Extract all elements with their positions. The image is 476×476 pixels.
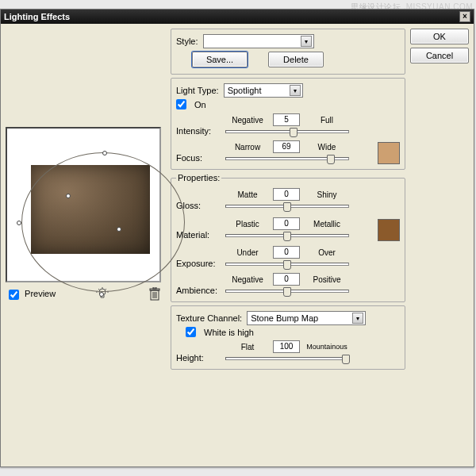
texture-channel-value: Stone Bump Map (251, 313, 318, 323)
on-checkbox[interactable] (176, 99, 186, 109)
properties-group: Properties: Matte 0 Shiny Gloss: Plastic… (171, 173, 405, 302)
on-checkbox-label[interactable]: On (176, 99, 400, 109)
focus-thumb[interactable] (327, 155, 335, 164)
style-label: Style: (176, 36, 198, 46)
material-left: Plastic (225, 220, 270, 228)
exposure-left: Under (225, 248, 270, 257)
gloss-value[interactable]: 0 (273, 188, 300, 201)
texture-channel-dropdown[interactable]: Stone Bump Map ▾ (247, 311, 366, 325)
focus-value[interactable]: 69 (273, 140, 300, 153)
exposure-slider: Under 0 Over Exposure: (176, 246, 400, 268)
gloss-right: Shiny (305, 190, 349, 199)
window-title: Lighting Effects (4, 12, 70, 21)
exposure-value[interactable]: 0 (273, 246, 300, 259)
material-track[interactable] (225, 234, 349, 237)
intensity-track[interactable] (225, 130, 349, 133)
exposure-track[interactable] (225, 263, 349, 266)
material-value[interactable]: 0 (273, 217, 300, 230)
ambience-slider: Negative 0 Positive Ambience: (176, 273, 400, 295)
properties-legend: Properties: (176, 173, 221, 182)
intensity-left-label: Negative (225, 116, 270, 125)
chevron-down-icon: ▾ (290, 85, 301, 96)
gloss-name: Gloss: (176, 201, 222, 210)
light-type-label: Light Type: (176, 86, 219, 95)
ambience-right: Positive (305, 275, 349, 284)
controls-column: Style: ▾ Save... Delete Light Type: (171, 29, 469, 462)
ambience-thumb[interactable] (283, 287, 291, 297)
preview-image (31, 165, 150, 254)
style-group: Style: ▾ Save... Delete (171, 29, 405, 75)
preview-column: Preview (6, 29, 164, 462)
intensity-thumb[interactable] (290, 128, 298, 137)
chevron-down-icon: ▾ (352, 313, 363, 324)
svg-line-5 (105, 289, 106, 290)
close-icon[interactable]: × (459, 11, 470, 22)
material-name: Material: (176, 230, 222, 240)
cancel-button[interactable]: Cancel (410, 48, 469, 63)
material-slider: Plastic 0 Metallic Material: (176, 217, 374, 240)
chevron-down-icon: ▾ (301, 36, 312, 47)
light-ellipse[interactable] (21, 152, 185, 292)
gloss-track[interactable] (225, 205, 349, 208)
light-type-value: Spotlight (228, 86, 262, 95)
ambience-color-swatch[interactable] (378, 219, 400, 241)
svg-line-4 (98, 289, 100, 290)
intensity-value[interactable]: 5 (273, 113, 300, 126)
lighting-effects-dialog: Lighting Effects × Preview (0, 9, 474, 467)
exposure-thumb[interactable] (283, 260, 291, 270)
white-high-checkbox-label[interactable]: White is high (186, 327, 400, 337)
intensity-name: Intensity: (176, 126, 222, 136)
preview-canvas[interactable] (6, 127, 161, 282)
light-center-handle[interactable] (66, 194, 71, 198)
on-label-text: On (194, 100, 206, 109)
preview-label-text: Preview (25, 289, 56, 298)
ellipse-handle-left[interactable] (17, 221, 21, 225)
style-dropdown[interactable]: ▾ (203, 34, 314, 48)
light-type-group: Light Type: Spotlight ▾ On Negat (171, 78, 405, 170)
exposure-name: Exposure: (176, 259, 222, 268)
ambience-left: Negative (225, 275, 270, 284)
focus-right-label: Wide (305, 143, 349, 152)
focus-slider: Narrow 69 Wide Focus: (176, 140, 374, 163)
gloss-thumb[interactable] (283, 202, 291, 212)
dialog-content: Preview (1, 24, 474, 466)
focus-name: Focus: (176, 153, 222, 163)
texture-group: Texture Channel: Stone Bump Map ▾ White … (171, 305, 405, 370)
intensity-right-label: Full (305, 116, 349, 125)
preview-checkbox-label[interactable]: Preview (9, 289, 56, 300)
ambience-name: Ambience: (176, 286, 222, 295)
ok-button[interactable]: OK (410, 29, 469, 44)
dialog-buttons: OK Cancel (410, 29, 469, 462)
ellipse-handle-top[interactable] (102, 151, 107, 155)
trash-icon[interactable] (148, 287, 161, 301)
height-thumb[interactable] (342, 355, 350, 364)
material-right: Metallic (305, 220, 349, 228)
material-thumb[interactable] (283, 232, 291, 241)
focus-left-label: Narrow (225, 143, 270, 152)
focus-track[interactable] (225, 157, 349, 160)
ambience-value[interactable]: 0 (273, 273, 300, 286)
titlebar[interactable]: Lighting Effects × (1, 10, 474, 24)
ambience-track[interactable] (225, 290, 349, 293)
light-color-swatch[interactable] (378, 142, 400, 164)
height-name: Height: (176, 353, 222, 363)
texture-channel-label: Texture Channel: (176, 313, 242, 323)
height-value[interactable]: 100 (273, 340, 300, 353)
ellipse-handle-bottom[interactable] (99, 292, 104, 297)
delete-button[interactable]: Delete (268, 52, 324, 67)
height-right: Mountainous (305, 343, 349, 351)
light-type-dropdown[interactable]: Spotlight ▾ (224, 83, 303, 98)
light-focus-handle[interactable] (117, 227, 121, 232)
exposure-right: Over (305, 248, 349, 257)
height-slider: Flat 100 Mountainous Height: (176, 340, 400, 363)
height-left: Flat (225, 343, 270, 351)
save-button[interactable]: Save... (192, 52, 248, 67)
white-high-text: White is high (204, 328, 254, 337)
svg-rect-11 (153, 287, 156, 289)
white-high-checkbox[interactable] (186, 327, 196, 337)
gloss-slider: Matte 0 Shiny Gloss: (176, 188, 400, 210)
intensity-slider: Negative 5 Full Intensity: (176, 113, 374, 136)
preview-checkbox[interactable] (9, 290, 19, 300)
gloss-left: Matte (225, 190, 270, 199)
height-track[interactable] (225, 357, 349, 360)
